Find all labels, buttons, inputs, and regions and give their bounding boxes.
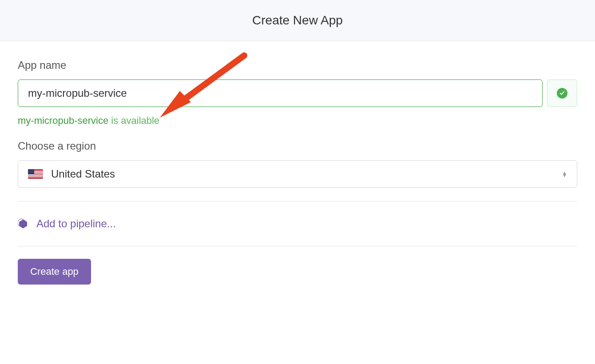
create-app-button[interactable]: Create app [18,259,91,285]
page-header: Create New App [0,0,595,41]
app-name-section: App name my-micropub-service is availabl… [18,59,577,127]
page-title: Create New App [0,13,595,28]
region-selected-text: United States [51,168,115,180]
app-name-input[interactable] [18,79,543,107]
region-section: Choose a region United States ▲ ▼ [18,140,577,188]
divider [18,201,577,202]
availability-suffix: is available [108,115,159,126]
region-select[interactable]: United States ▲ ▼ [18,160,577,188]
region-selected-option: United States [28,168,115,180]
us-flag-icon [28,169,43,179]
check-circle-icon [557,88,567,99]
availability-app-name: my-micropub-service [18,115,108,126]
select-arrows-icon: ▲ ▼ [562,171,567,177]
divider [18,246,577,246]
availability-message: my-micropub-service is available [18,115,577,127]
region-label: Choose a region [18,140,577,152]
availability-check-box [547,79,577,107]
form-content: App name my-micropub-service is availabl… [0,41,595,302]
pipeline-icon [18,218,29,229]
add-to-pipeline-link[interactable]: Add to pipeline... [18,214,577,233]
app-name-label: App name [18,59,577,71]
app-name-input-row [18,79,577,107]
pipeline-link-text: Add to pipeline... [36,218,116,230]
